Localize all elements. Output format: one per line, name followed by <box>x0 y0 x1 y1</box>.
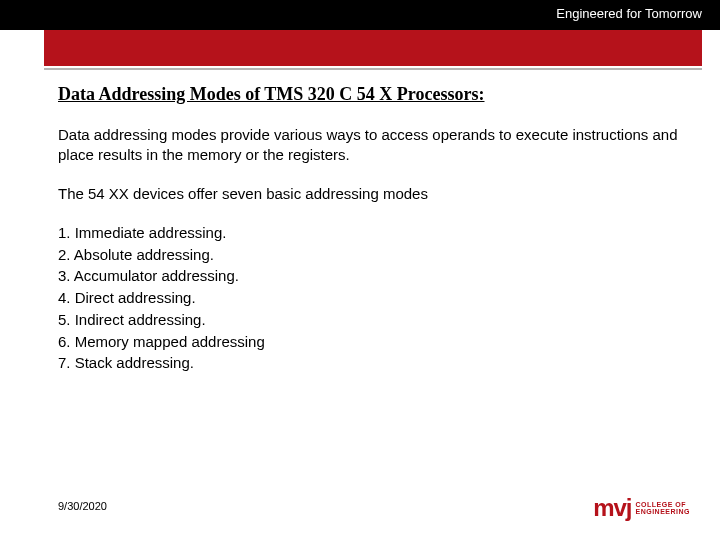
list-item: 4. Direct addressing. <box>58 287 696 309</box>
header-tagline: Engineered for Tomorrow <box>556 6 702 21</box>
list-item: 6. Memory mapped addressing <box>58 331 696 353</box>
logo-line1: COLLEGE OF <box>635 501 690 508</box>
list-item: 1. Immediate addressing. <box>58 222 696 244</box>
list-item: 5. Indirect addressing. <box>58 309 696 331</box>
logo-mark: mvj <box>593 494 631 522</box>
slide-subtitle: The 54 XX devices offer seven basic addr… <box>58 184 696 204</box>
logo-line2: ENGINEERING <box>635 508 690 515</box>
list-item: 3. Accumulator addressing. <box>58 265 696 287</box>
list-item: 7. Stack addressing. <box>58 352 696 374</box>
footer-logo: mvj COLLEGE OF ENGINEERING <box>593 494 690 522</box>
slide-content: Data Addressing Modes of TMS 320 C 54 X … <box>0 70 720 374</box>
list-item: 2. Absolute addressing. <box>58 244 696 266</box>
logo-text: COLLEGE OF ENGINEERING <box>635 501 690 515</box>
header-red-bar <box>44 30 702 66</box>
footer-date: 9/30/2020 <box>58 500 107 512</box>
slide-title: Data Addressing Modes of TMS 320 C 54 X … <box>58 84 696 105</box>
header-black-bar: Engineered for Tomorrow <box>0 0 720 30</box>
addressing-modes-list: 1. Immediate addressing. 2. Absolute add… <box>58 222 696 374</box>
slide-intro: Data addressing modes provide various wa… <box>58 125 696 166</box>
